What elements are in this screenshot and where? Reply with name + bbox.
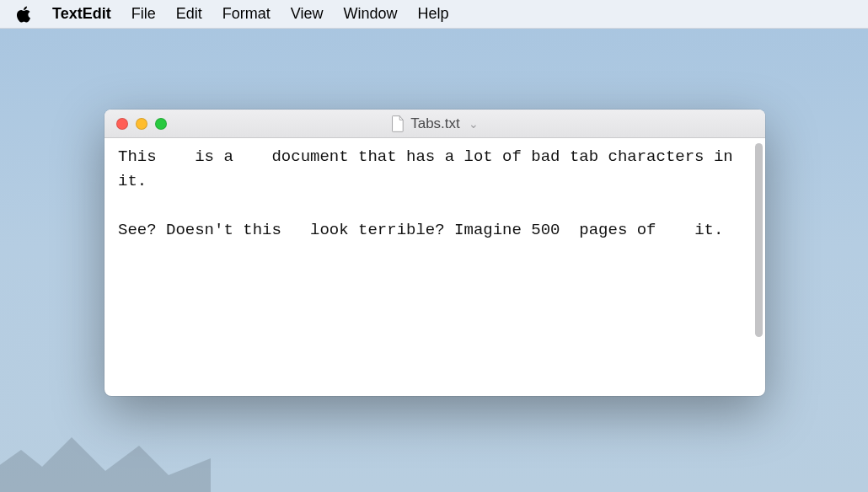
menu-view[interactable]: View [291, 5, 324, 23]
window-title[interactable]: Tabs.txt ⌄ [391, 115, 479, 132]
window-titlebar[interactable]: Tabs.txt ⌄ [104, 110, 765, 138]
textedit-window: Tabs.txt ⌄ This is a document that has a… [104, 110, 765, 396]
apple-menu-icon[interactable] [15, 5, 32, 24]
desktop-wallpaper-mountains [0, 425, 211, 492]
chevron-down-icon[interactable]: ⌄ [469, 117, 479, 131]
document-area: This is a document that has a lot of bad… [104, 138, 765, 396]
menu-edit[interactable]: Edit [176, 5, 202, 23]
traffic-lights [104, 118, 167, 130]
text-editor[interactable]: This is a document that has a lot of bad… [104, 138, 752, 396]
minimize-button[interactable] [136, 118, 147, 130]
menu-file[interactable]: File [131, 5, 156, 23]
menu-app-name[interactable]: TextEdit [52, 5, 111, 23]
menu-help[interactable]: Help [417, 5, 448, 23]
close-button[interactable] [116, 118, 128, 130]
menu-format[interactable]: Format [222, 5, 271, 23]
document-icon [391, 115, 405, 132]
scrollbar[interactable] [752, 138, 765, 396]
zoom-button[interactable] [155, 118, 167, 130]
window-title-text: Tabs.txt [410, 115, 460, 132]
menu-window[interactable]: Window [343, 5, 397, 23]
scrollbar-thumb[interactable] [755, 143, 763, 337]
menubar: TextEdit File Edit Format View Window He… [0, 0, 868, 29]
